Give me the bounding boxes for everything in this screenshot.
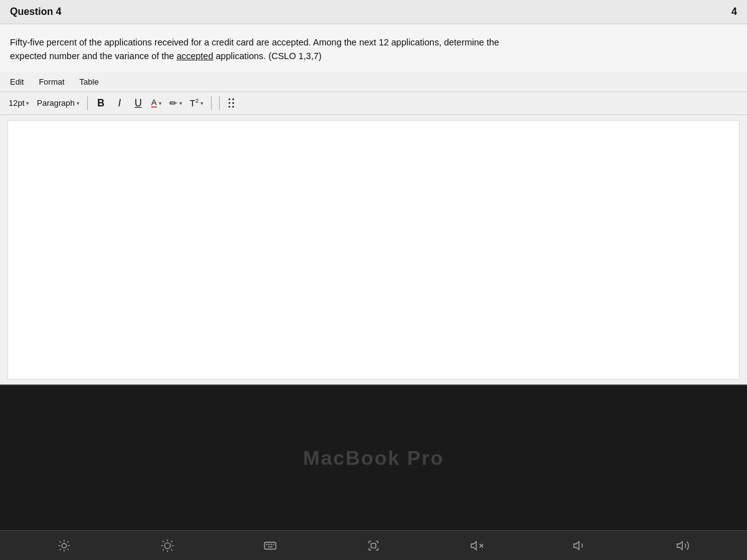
- editor-area: Question 4 4 Fifty-five percent of the a…: [0, 0, 747, 386]
- more-dot-4: [232, 102, 234, 104]
- question-text-line2-start: expected number and the variance of the: [10, 51, 177, 61]
- question-title: Question 4: [10, 6, 62, 17]
- font-size-value: 12pt: [9, 98, 24, 108]
- svg-marker-33: [677, 541, 682, 549]
- italic-button[interactable]: I: [111, 95, 128, 111]
- superscript-dropdown[interactable]: T2 ▾: [187, 96, 206, 110]
- volume-high-icon[interactable]: [673, 536, 693, 556]
- superscript-icon: T2: [190, 98, 199, 108]
- editor-content[interactable]: [0, 115, 747, 385]
- volume-low-icon[interactable]: [570, 536, 590, 556]
- dark-watermark: MacBook Pro: [303, 447, 444, 470]
- separator-3: [219, 96, 220, 110]
- menu-bar: Edit Format Table: [0, 72, 747, 92]
- svg-point-26: [271, 544, 272, 544]
- italic-icon: I: [118, 98, 121, 109]
- underline-icon: U: [134, 98, 142, 109]
- svg-marker-29: [471, 541, 476, 549]
- dark-content: MacBook Pro: [0, 386, 747, 530]
- svg-point-0: [62, 543, 66, 548]
- more-dot-6: [232, 106, 234, 108]
- question-number: 4: [731, 6, 737, 17]
- highlight-icon: ✏: [169, 98, 177, 109]
- menu-edit[interactable]: Edit: [7, 76, 26, 88]
- svg-marker-32: [574, 541, 579, 549]
- svg-line-7: [60, 549, 61, 550]
- brightness-low-icon[interactable]: [54, 536, 74, 556]
- more-dot-5: [228, 106, 230, 108]
- dark-area: MacBook Pro: [0, 386, 747, 560]
- more-dot-3: [228, 102, 230, 104]
- svg-point-27: [273, 544, 274, 544]
- more-options-button[interactable]: [225, 96, 238, 110]
- question-text-line2-end: applications. (CSLO 1,3,7): [213, 51, 321, 61]
- svg-line-16: [162, 549, 164, 550]
- superscript-chevron-icon: ▾: [200, 100, 204, 106]
- font-color-dropdown[interactable]: A ▾: [149, 97, 164, 109]
- svg-line-12: [162, 541, 164, 542]
- highlight-chevron-icon: ▾: [179, 100, 182, 106]
- more-dots-row3: [228, 106, 234, 108]
- svg-line-17: [171, 541, 172, 542]
- font-size-chevron-icon: ▾: [26, 100, 29, 106]
- svg-point-25: [269, 544, 270, 544]
- paragraph-chevron-icon: ▾: [77, 100, 80, 106]
- font-size-dropdown[interactable]: 12pt ▾: [6, 97, 32, 109]
- svg-rect-28: [371, 543, 375, 548]
- question-text: Fifty-five percent of the applications r…: [10, 35, 737, 63]
- question-body: Fifty-five percent of the applications r…: [0, 24, 747, 72]
- bold-icon: B: [97, 98, 105, 109]
- svg-point-24: [266, 544, 267, 544]
- separator-2: [211, 96, 212, 110]
- question-text-line1: Fifty-five percent of the applications r…: [10, 37, 499, 47]
- menu-format[interactable]: Format: [36, 76, 67, 88]
- svg-line-4: [67, 549, 68, 550]
- svg-rect-18: [265, 542, 276, 549]
- mute-icon[interactable]: [467, 536, 487, 556]
- underline-button[interactable]: U: [130, 95, 146, 111]
- more-dots-row1: [228, 98, 234, 100]
- font-color-icon: A: [151, 98, 157, 108]
- menu-table[interactable]: Table: [77, 76, 101, 88]
- font-color-chevron-icon: ▾: [159, 100, 162, 106]
- svg-line-8: [67, 541, 68, 542]
- paragraph-label: Paragraph: [37, 98, 75, 108]
- brightness-high-icon[interactable]: [157, 536, 177, 556]
- highlight-dropdown[interactable]: ✏ ▾: [167, 96, 185, 110]
- svg-line-3: [60, 541, 61, 542]
- paragraph-dropdown[interactable]: Paragraph ▾: [34, 97, 82, 109]
- question-text-underlined: accepted: [177, 51, 214, 61]
- more-dot-1: [228, 98, 230, 100]
- toolbar: 12pt ▾ Paragraph ▾ B I U A ▾ ✏ ▾: [0, 92, 747, 115]
- separator-1: [87, 96, 88, 110]
- more-dot-2: [232, 98, 234, 100]
- question-header: Question 4 4: [0, 0, 747, 24]
- bold-button[interactable]: B: [93, 95, 109, 111]
- editor-inner[interactable]: [7, 120, 740, 380]
- more-dots-row2: [228, 102, 234, 104]
- svg-point-9: [164, 543, 170, 548]
- keyboard-icon[interactable]: [260, 536, 280, 556]
- screenshot-icon[interactable]: [364, 536, 383, 556]
- taskbar: [0, 530, 747, 560]
- svg-line-13: [171, 549, 172, 550]
